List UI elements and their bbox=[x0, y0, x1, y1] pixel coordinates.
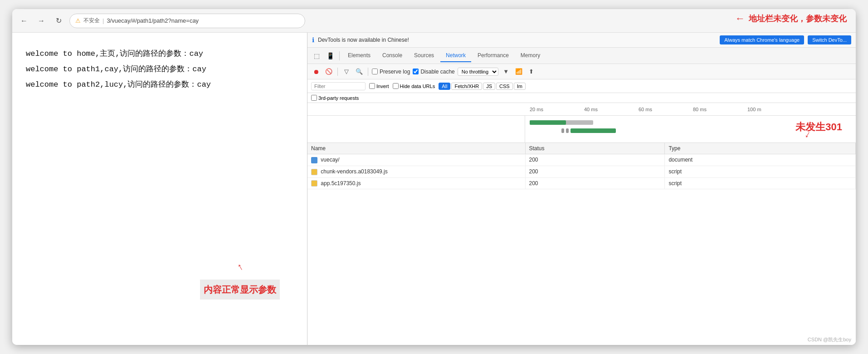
table-row[interactable]: chunk-vendors.a0183049.js 200 script bbox=[307, 166, 856, 177]
file-name-3: app.5c197350.js bbox=[307, 177, 525, 189]
devtools-notice: ℹ DevTools is now available in Chinese! … bbox=[307, 33, 856, 48]
invert-label: Invert bbox=[376, 84, 389, 89]
wf-bar-2a bbox=[561, 128, 564, 133]
net-table: Name Status Type vuecay/ 200 docu bbox=[307, 143, 856, 189]
devtools-panel: ℹ DevTools is now available in Chinese! … bbox=[307, 33, 856, 345]
js-icon-2 bbox=[311, 169, 317, 175]
url-bar[interactable]: ⚠ 不安全 | 3/vuecay/#/path1/path2?name=cay bbox=[69, 14, 305, 28]
tab-elements[interactable]: Elements bbox=[342, 49, 376, 62]
file-name-text-3: app.5c197350.js bbox=[321, 180, 361, 187]
warning-label: 不安全 bbox=[83, 17, 100, 25]
tab-console[interactable]: Console bbox=[377, 49, 408, 62]
disable-cache-input[interactable] bbox=[413, 69, 419, 74]
tick-80ms: 80 ms bbox=[693, 107, 707, 112]
tick-40ms: 40 ms bbox=[584, 107, 598, 112]
page-line-3: welcome to path2,lucy,访问的路径的参数：cay bbox=[26, 77, 293, 93]
tab-sources[interactable]: Sources bbox=[409, 49, 439, 62]
page-line-1: welcome to home,主页,访问的路径的参数：cay bbox=[26, 46, 293, 62]
file-name-2: chunk-vendors.a0183049.js bbox=[307, 166, 525, 177]
filter-img[interactable]: Im bbox=[514, 83, 526, 90]
info-icon: ℹ bbox=[312, 36, 314, 44]
status-2: 200 bbox=[525, 166, 665, 177]
filter-js[interactable]: JS bbox=[483, 83, 495, 90]
timeline-header: 20 ms 40 ms 60 ms 80 ms 100 m bbox=[307, 103, 856, 116]
type-3: script bbox=[665, 177, 856, 189]
network-table: Name Status Type vuecay/ 200 docu bbox=[307, 143, 856, 345]
preserve-log-checkbox[interactable]: Preserve log bbox=[372, 69, 410, 75]
tab-performance[interactable]: Performance bbox=[472, 49, 514, 62]
wf-bar-2b bbox=[566, 128, 569, 133]
table-header-row: Name Status Type bbox=[307, 143, 856, 154]
warning-icon: ⚠ bbox=[75, 17, 81, 24]
waterfall-area: 未发生301 ↓ bbox=[307, 116, 856, 143]
type-2: script bbox=[665, 166, 856, 177]
toolbar-sep-2 bbox=[368, 68, 368, 76]
preserve-log-label: Preserve log bbox=[380, 69, 410, 75]
col-type: Type bbox=[665, 143, 856, 154]
file-name-1: vuecay/ bbox=[307, 154, 525, 166]
csdn-watermark: CSDN @凯先生boy bbox=[808, 336, 851, 343]
invert-input[interactable] bbox=[369, 83, 375, 89]
annotation-addr-text: 地址栏未变化，参数未变化 bbox=[749, 13, 847, 24]
switch-devtools-button[interactable]: Switch DevTo... bbox=[808, 35, 851, 44]
toolbar-sep-1 bbox=[337, 68, 338, 76]
arrow-up-icon: ↑ bbox=[233, 257, 247, 277]
forward-button[interactable]: → bbox=[35, 15, 48, 27]
browser-window: ← → ↻ ⚠ 不安全 | 3/vuecay/#/path1/path2?nam… bbox=[12, 9, 856, 345]
tab-network[interactable]: Network bbox=[440, 49, 471, 62]
type-1: document bbox=[665, 154, 856, 166]
reload-button[interactable]: ↻ bbox=[52, 15, 65, 27]
clear-button[interactable]: 🚫 bbox=[324, 67, 334, 77]
network-toolbar: ⏺ 🚫 ▽ 🔍 Preserve log Disable cache No th… bbox=[307, 64, 856, 79]
wifi-icon[interactable]: 📶 bbox=[514, 67, 524, 77]
arrow-icon: ← bbox=[735, 13, 745, 25]
search-button[interactable]: 🔍 bbox=[354, 67, 364, 77]
upload-icon[interactable]: ⬆ bbox=[527, 67, 536, 77]
tab-divider bbox=[339, 51, 340, 60]
content-annotation: ↑ 内容正常显示参数 bbox=[200, 257, 280, 300]
col-name: Name bbox=[307, 143, 525, 154]
tick-100ms: 100 m bbox=[747, 107, 761, 112]
content-annotation-text: 内容正常显示参数 bbox=[200, 280, 280, 300]
hide-data-urls-input[interactable] bbox=[393, 83, 399, 89]
address-bar: ← → ↻ ⚠ 不安全 | 3/vuecay/#/path1/path2?nam… bbox=[12, 9, 856, 33]
table-row[interactable]: app.5c197350.js 200 script bbox=[307, 177, 856, 189]
cursor-icon[interactable]: ⬚ bbox=[310, 49, 323, 62]
preserve-log-input[interactable] bbox=[372, 69, 378, 74]
js-icon-3 bbox=[311, 180, 317, 187]
filter-css[interactable]: CSS bbox=[496, 83, 513, 90]
filter-bar: Invert Hide data URLs All Fetch/XHR JS C… bbox=[307, 79, 856, 93]
filter-input[interactable] bbox=[311, 82, 366, 90]
throttle-icon[interactable]: ▼ bbox=[501, 67, 511, 77]
status-3: 200 bbox=[525, 177, 665, 189]
status-1: 200 bbox=[525, 154, 665, 166]
third-party-row: 3rd-party requests bbox=[307, 93, 856, 103]
hide-data-urls-checkbox[interactable]: Hide data URLs bbox=[393, 83, 435, 89]
tick-60ms: 60 ms bbox=[639, 107, 652, 112]
disable-cache-checkbox[interactable]: Disable cache bbox=[413, 69, 454, 75]
filter-all[interactable]: All bbox=[439, 83, 450, 90]
match-language-button[interactable]: Always match Chrome's language bbox=[720, 35, 804, 44]
back-button[interactable]: ← bbox=[18, 15, 30, 27]
table-row[interactable]: vuecay/ 200 document bbox=[307, 154, 856, 166]
waterfall-chart: 未发生301 ↓ bbox=[525, 116, 856, 143]
record-button[interactable]: ⏺ bbox=[311, 67, 321, 77]
third-party-label: 3rd-party requests bbox=[318, 95, 359, 101]
address-annotation: ← 地址栏未变化，参数未变化 bbox=[735, 13, 847, 25]
page-line-2: welcome to path1,cay,访问的路径的参数：cay bbox=[26, 62, 293, 77]
main-area: welcome to home,主页,访问的路径的参数：cay welcome … bbox=[12, 33, 856, 345]
filter-icon-button[interactable]: ▽ bbox=[341, 67, 351, 77]
third-party-checkbox[interactable]: 3rd-party requests bbox=[311, 95, 359, 101]
filter-fetch-xhr[interactable]: Fetch/XHR bbox=[451, 83, 482, 90]
invert-checkbox[interactable]: Invert bbox=[369, 83, 389, 89]
throttle-select[interactable]: No throttling bbox=[458, 68, 498, 76]
annotation-301: 未发生301 bbox=[795, 120, 842, 134]
file-name-text-2: chunk-vendors.a0183049.js bbox=[321, 168, 387, 175]
device-icon[interactable]: 📱 bbox=[324, 49, 336, 62]
hide-data-urls-label: Hide data URLs bbox=[400, 84, 435, 89]
tab-memory[interactable]: Memory bbox=[515, 49, 546, 62]
disable-cache-label: Disable cache bbox=[420, 69, 454, 75]
file-name-text-1: vuecay/ bbox=[321, 157, 339, 163]
third-party-input[interactable] bbox=[311, 95, 317, 101]
notice-text: DevTools is now available in Chinese! bbox=[318, 37, 716, 43]
